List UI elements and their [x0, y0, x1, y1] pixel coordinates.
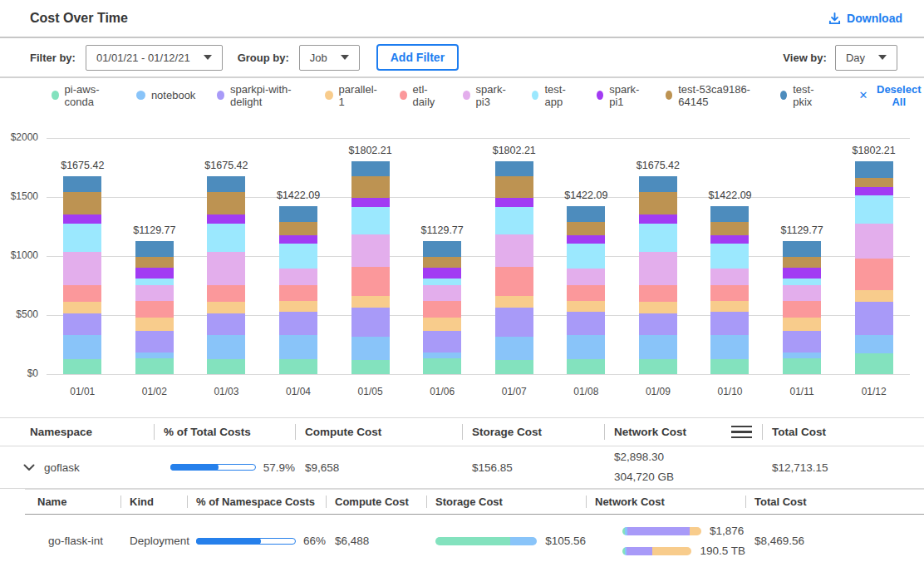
bar-segment-spark-pi1[interactable] [639, 214, 677, 224]
bar-segment-test-53ca9186-64145[interactable] [783, 257, 821, 269]
bar-segment-test-53ca9186-64145[interactable] [207, 192, 245, 215]
namespace-expander[interactable]: goflask [0, 461, 154, 474]
bar-segment-spark-pi3[interactable] [135, 285, 174, 302]
bar-segment-pi-aws-conda[interactable] [63, 359, 101, 374]
stacked-bar-01/08[interactable] [567, 206, 605, 374]
bar-segment-parallel-1[interactable] [567, 301, 605, 312]
bar-segment-parallel-1[interactable] [351, 296, 390, 307]
bar-segment-spark-pi1[interactable] [855, 187, 893, 195]
bar-segment-parallel-1[interactable] [783, 318, 821, 331]
bar-segment-test-app[interactable] [279, 244, 317, 269]
bar-segment-test-app[interactable] [423, 279, 461, 285]
group-by-select[interactable]: Job [299, 45, 360, 71]
legend-item-test-app[interactable]: test-app [532, 83, 575, 108]
deselect-all-button[interactable]: ✕ Deselect All [859, 83, 924, 108]
bar-segment-test-pkix[interactable] [639, 176, 677, 191]
bar-segment-notebook[interactable] [423, 353, 461, 359]
bar-segment-spark-pi3[interactable] [639, 252, 677, 285]
bar-segment-spark-pi1[interactable] [351, 198, 390, 208]
bar-segment-notebook[interactable] [567, 335, 605, 359]
bar-segment-pi-aws-conda[interactable] [279, 359, 317, 374]
bar-segment-notebook[interactable] [207, 335, 245, 359]
bar-segment-test-pkix[interactable] [423, 241, 461, 257]
bar-segment-pi-aws-conda[interactable] [351, 360, 390, 374]
bar-segment-spark-pi3[interactable] [567, 269, 605, 285]
bar-segment-test-pkix[interactable] [207, 176, 245, 191]
add-filter-button[interactable]: Add Filter [376, 44, 459, 71]
legend-item-notebook[interactable]: notebook [136, 89, 196, 101]
bar-segment-parallel-1[interactable] [710, 301, 749, 312]
bar-segment-parallel-1[interactable] [279, 301, 317, 312]
stacked-bar-01/12[interactable] [855, 161, 893, 374]
bar-segment-etl-daily[interactable] [783, 301, 821, 318]
bar-segment-pi-aws-conda[interactable] [855, 353, 893, 374]
bar-segment-sparkpi-with-delight[interactable] [639, 313, 677, 336]
bar-segment-test-53ca9186-64145[interactable] [639, 192, 677, 215]
stacked-bar-01/03[interactable] [207, 176, 245, 374]
legend-item-spark-pi1[interactable]: spark-pi1 [597, 83, 644, 108]
bar-segment-parallel-1[interactable] [855, 290, 893, 302]
bar-segment-notebook[interactable] [639, 335, 677, 359]
legend-item-parallel-1[interactable]: parallel-1 [325, 83, 378, 108]
bar-segment-spark-pi1[interactable] [423, 268, 461, 279]
bar-segment-sparkpi-with-delight[interactable] [423, 331, 461, 353]
bar-segment-test-pkix[interactable] [135, 241, 174, 257]
bar-segment-test-53ca9186-64145[interactable] [710, 222, 749, 236]
bar-segment-etl-daily[interactable] [423, 301, 461, 318]
bar-segment-test-pkix[interactable] [710, 206, 749, 222]
bar-segment-parallel-1[interactable] [63, 302, 101, 313]
bar-segment-notebook[interactable] [351, 337, 390, 360]
bar-segment-test-pkix[interactable] [279, 206, 317, 222]
bar-segment-etl-daily[interactable] [639, 285, 677, 302]
legend-item-spark-pi3[interactable]: spark-pi3 [463, 83, 510, 108]
stacked-bar-01/07[interactable] [495, 161, 533, 374]
bar-segment-test-app[interactable] [495, 207, 533, 234]
bar-segment-notebook[interactable] [495, 337, 533, 360]
bar-segment-test-app[interactable] [207, 224, 245, 252]
bar-segment-test-pkix[interactable] [783, 241, 821, 257]
bar-segment-etl-daily[interactable] [135, 301, 174, 318]
bar-segment-test-53ca9186-64145[interactable] [351, 176, 390, 198]
bar-segment-etl-daily[interactable] [279, 285, 317, 300]
bar-segment-notebook[interactable] [710, 335, 749, 359]
bar-segment-sparkpi-with-delight[interactable] [710, 312, 749, 335]
bar-segment-parallel-1[interactable] [423, 318, 461, 331]
bar-segment-etl-daily[interactable] [207, 285, 245, 302]
bar-segment-parallel-1[interactable] [639, 302, 677, 313]
date-range-select[interactable]: 01/01/21 - 01/12/21 [86, 45, 223, 71]
bar-segment-etl-daily[interactable] [855, 259, 893, 290]
stacked-bar-01/10[interactable] [710, 206, 749, 374]
stacked-bar-01/02[interactable] [135, 241, 174, 374]
bar-segment-test-53ca9186-64145[interactable] [423, 257, 461, 269]
bar-segment-sparkpi-with-delight[interactable] [207, 313, 245, 336]
bar-segment-notebook[interactable] [855, 335, 893, 353]
bar-segment-spark-pi1[interactable] [783, 268, 821, 279]
bar-segment-test-pkix[interactable] [855, 161, 893, 178]
stacked-bar-01/09[interactable] [639, 176, 677, 374]
stacked-bar-01/05[interactable] [351, 161, 390, 374]
bar-segment-spark-pi1[interactable] [279, 235, 317, 244]
bar-segment-etl-daily[interactable] [495, 267, 533, 297]
bar-segment-test-53ca9186-64145[interactable] [495, 176, 533, 198]
bar-segment-etl-daily[interactable] [63, 285, 101, 302]
bar-segment-sparkpi-with-delight[interactable] [567, 312, 605, 335]
stacked-bar-01/01[interactable] [63, 176, 101, 374]
bar-segment-spark-pi3[interactable] [423, 285, 461, 302]
bar-segment-test-53ca9186-64145[interactable] [279, 222, 317, 236]
stacked-bar-01/06[interactable] [423, 241, 461, 374]
bar-segment-parallel-1[interactable] [135, 318, 174, 331]
bar-segment-sparkpi-with-delight[interactable] [783, 331, 821, 353]
bar-segment-etl-daily[interactable] [710, 285, 749, 300]
bar-segment-sparkpi-with-delight[interactable] [135, 331, 174, 353]
bar-segment-spark-pi3[interactable] [855, 224, 893, 259]
bar-segment-test-53ca9186-64145[interactable] [855, 178, 893, 187]
bar-segment-test-app[interactable] [639, 224, 677, 252]
legend-item-etl-daily[interactable]: etl-daily [400, 83, 441, 108]
bar-segment-spark-pi1[interactable] [63, 214, 101, 224]
bar-segment-sparkpi-with-delight[interactable] [279, 312, 317, 335]
bar-segment-spark-pi1[interactable] [567, 235, 605, 244]
bar-segment-pi-aws-conda[interactable] [423, 358, 461, 374]
bar-segment-pi-aws-conda[interactable] [207, 359, 245, 374]
legend-item-test-pkix[interactable]: test-pkix [780, 83, 824, 108]
bar-segment-test-pkix[interactable] [351, 161, 390, 176]
